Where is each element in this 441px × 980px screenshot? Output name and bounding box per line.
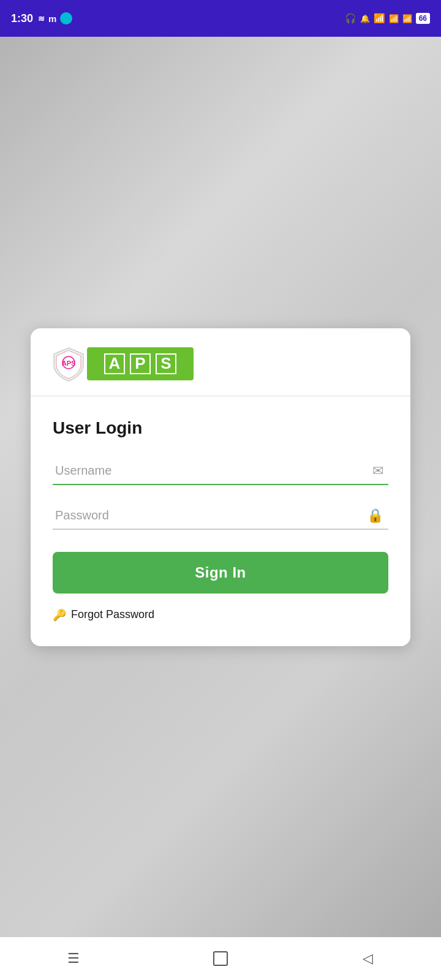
signal-icon-1: 📶 (389, 14, 399, 23)
sign-in-button[interactable]: Sign In (53, 552, 388, 594)
logo-letter-p: P (130, 353, 151, 374)
card-header: APS A P S (31, 328, 410, 396)
svg-text:APS: APS (62, 360, 76, 367)
password-input[interactable] (53, 502, 388, 530)
login-title: User Login (53, 418, 388, 438)
card-body: User Login ✉ 🔒 Sign In 🔑 Forgot Password (31, 396, 410, 646)
hamburger-icon: ☰ (67, 951, 80, 967)
sim-icon: ≋ (38, 14, 45, 23)
logo-letter-s: S (156, 353, 176, 374)
signal-icon-2: 📶 (402, 14, 412, 23)
messenger-icon: m (48, 13, 56, 24)
logo-text-banner: A P S (87, 347, 194, 380)
logo-shield: APS (50, 345, 87, 382)
lock-icon: 🔒 (367, 508, 383, 524)
home-button[interactable] (205, 943, 236, 974)
main-content: APS A P S User Login ✉ 🔒 (0, 37, 441, 937)
back-button[interactable]: ◁ (352, 943, 383, 974)
login-card: APS A P S User Login ✉ 🔒 (31, 328, 410, 646)
battery-level: 66 (416, 13, 430, 24)
password-group: 🔒 (53, 502, 388, 530)
logo-letter-a: A (104, 353, 125, 374)
email-icon: ✉ (372, 463, 383, 479)
forgot-password-link[interactable]: 🔑 Forgot Password (53, 608, 388, 622)
wifi-icon: 📶 (374, 13, 385, 24)
logo-container: APS A P S (50, 345, 194, 382)
headphone-icon: 🎧 (345, 13, 356, 24)
key-icon: 🔑 (53, 608, 66, 622)
silent-icon: 🔔 (360, 14, 370, 23)
username-input[interactable] (53, 458, 388, 485)
home-icon (213, 951, 228, 966)
back-icon: ◁ (363, 951, 373, 967)
forgot-password-label: Forgot Password (71, 608, 154, 621)
clock: 1:30 (11, 12, 33, 25)
username-group: ✉ (53, 458, 388, 485)
menu-button[interactable]: ☰ (58, 943, 89, 974)
status-bar: 1:30 ≋ m 🎧 🔔 📶 📶 📶 66 (0, 0, 441, 37)
app-icon (60, 12, 72, 24)
bottom-nav: ☰ ◁ (0, 937, 441, 980)
